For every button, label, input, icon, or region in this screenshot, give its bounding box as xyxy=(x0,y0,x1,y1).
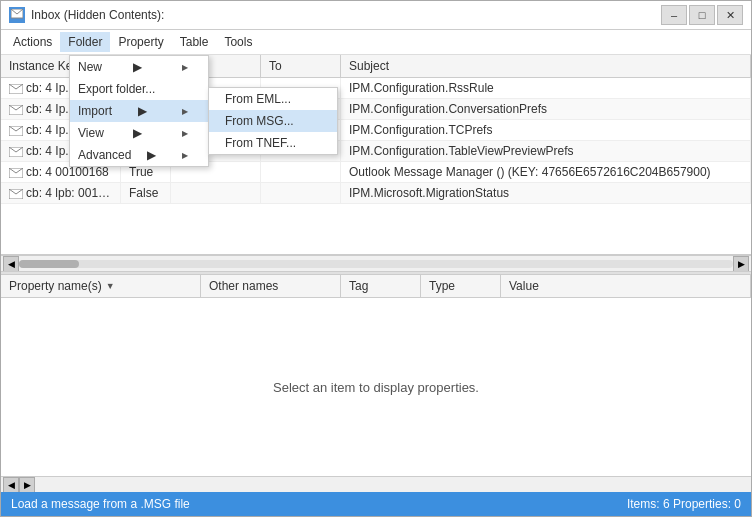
table-scrollbar[interactable]: ◀ ▶ xyxy=(1,255,751,271)
import-from-eml[interactable]: From EML... xyxy=(209,88,337,110)
title-controls: – □ ✕ xyxy=(661,5,743,25)
title-bar-left: Inbox (Hidden Contents): xyxy=(9,7,164,23)
main-content: Instance Key Att? From To Subject cb: xyxy=(1,55,751,492)
table-row[interactable]: cb: 4 lpb: 001001A8 False IPM.Microsoft.… xyxy=(1,183,751,204)
td-subject: Outlook Message Manager () (KEY: 47656E6… xyxy=(341,162,751,182)
maximize-button[interactable]: □ xyxy=(689,5,715,25)
props-body: Select an item to display properties. xyxy=(1,298,751,476)
sort-arrow-icon: ▼ xyxy=(106,281,115,291)
folder-menu-advanced[interactable]: Advanced ▶ xyxy=(70,144,208,166)
props-scroll-right-btn[interactable]: ▶ xyxy=(19,477,35,493)
menu-table[interactable]: Table xyxy=(172,32,217,52)
scroll-left-btn[interactable]: ◀ xyxy=(3,256,19,272)
folder-menu-popup: New ▶ Export folder... Import ▶ View ▶ A… xyxy=(69,55,209,167)
submenu-arrow-icon: ▶ xyxy=(133,60,142,74)
td-instance-key: cb: 4 lpb: 001001A8 xyxy=(1,183,121,203)
import-from-msg[interactable]: From MSG... xyxy=(209,110,337,132)
props-th-other: Other names xyxy=(201,275,341,297)
title-bar: Inbox (Hidden Contents): – □ ✕ xyxy=(1,1,751,30)
status-right: Items: 6 Properties: 0 xyxy=(627,497,741,511)
import-from-tnef[interactable]: From TNEF... xyxy=(209,132,337,154)
import-submenu-arrow-icon: ▶ xyxy=(138,104,147,118)
import-submenu-popup: From EML... From MSG... From TNEF... xyxy=(208,87,338,155)
props-th-tag: Tag xyxy=(341,275,421,297)
folder-menu-view[interactable]: View ▶ xyxy=(70,122,208,144)
empty-message: Select an item to display properties. xyxy=(273,380,479,395)
close-button[interactable]: ✕ xyxy=(717,5,743,25)
td-subject: IPM.Configuration.TCPrefs xyxy=(341,120,751,140)
folder-menu-export[interactable]: Export folder... xyxy=(70,78,208,100)
td-subject: IPM.Configuration.RssRule xyxy=(341,78,751,98)
view-submenu-arrow-icon: ▶ xyxy=(133,126,142,140)
status-bar: Load a message from a .MSG file Items: 6… xyxy=(1,492,751,516)
app-icon xyxy=(9,7,25,23)
window-title: Inbox (Hidden Contents): xyxy=(31,8,164,22)
th-subject: Subject xyxy=(341,55,751,77)
td-to xyxy=(261,162,341,182)
props-header: Property name(s) ▼ Other names Tag Type … xyxy=(1,275,751,298)
td-from xyxy=(171,183,261,203)
minimize-button[interactable]: – xyxy=(661,5,687,25)
menu-folder[interactable]: Folder xyxy=(60,32,110,52)
scroll-track[interactable] xyxy=(19,260,733,268)
menu-bar: Actions Folder Property Table Tools xyxy=(1,30,751,55)
menu-property[interactable]: Property xyxy=(110,32,171,52)
props-scrollbar[interactable]: ◀ ▶ xyxy=(1,476,751,492)
menu-actions[interactable]: Actions xyxy=(5,32,60,52)
td-to xyxy=(261,183,341,203)
th-to: To xyxy=(261,55,341,77)
menu-tools[interactable]: Tools xyxy=(216,32,260,52)
scroll-right-btn[interactable]: ▶ xyxy=(733,256,749,272)
properties-area: Property name(s) ▼ Other names Tag Type … xyxy=(1,275,751,476)
folder-menu-new[interactable]: New ▶ xyxy=(70,56,208,78)
td-subject: IPM.Configuration.TableViewPreviewPrefs xyxy=(341,141,751,161)
folder-menu-import[interactable]: Import ▶ xyxy=(70,100,208,122)
props-th-type: Type xyxy=(421,275,501,297)
main-window: Inbox (Hidden Contents): – □ ✕ Actions F… xyxy=(0,0,752,517)
td-att: False xyxy=(121,183,171,203)
props-th-name: Property name(s) ▼ xyxy=(1,275,201,297)
td-subject: IPM.Microsoft.MigrationStatus xyxy=(341,183,751,203)
props-scroll-left-btn[interactable]: ◀ xyxy=(3,477,19,493)
advanced-submenu-arrow-icon: ▶ xyxy=(147,148,156,162)
props-th-value: Value xyxy=(501,275,751,297)
td-subject: IPM.Configuration.ConversationPrefs xyxy=(341,99,751,119)
status-left: Load a message from a .MSG file xyxy=(11,497,190,511)
scroll-thumb[interactable] xyxy=(19,260,79,268)
